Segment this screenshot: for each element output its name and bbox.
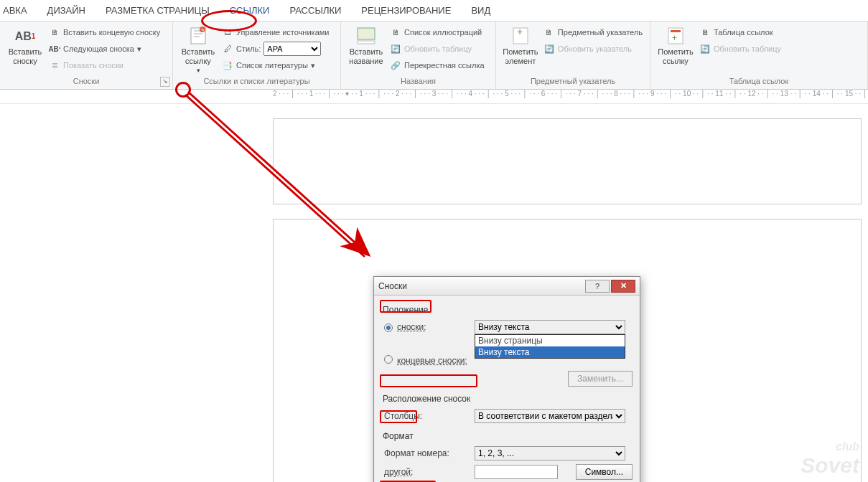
index-icon: 🗎 [543,27,555,38]
label-number-format: Формат номера: [381,448,475,458]
ruler-marks: 2 · · · │ · · · 1 · · · │ · · · ▾ · · 1 … [273,90,868,98]
columns-select[interactable]: В соответствии с макетом раздела [475,409,625,423]
ribbon-tabs: АВКА ДИЗАЙН РАЗМЕТКА СТРАНИЦЫ ССЫЛКИ РАС… [0,0,868,22]
next-footnote-button[interactable]: AB¹Следующая сноска ▾ [46,42,163,56]
figures-list-icon: 🗎 [390,27,401,38]
radio-footnotes[interactable] [384,323,393,332]
symbol-button[interactable]: Символ... [576,464,633,480]
label-custom-mark: другой: [381,467,475,477]
help-button[interactable]: ? [585,280,610,293]
group-label-authorities: Таблица ссылок [655,76,863,89]
cross-reference-button[interactable]: 🔗Перекрестная ссылка [387,58,487,72]
radio-endnotes[interactable] [384,355,393,364]
tab-review[interactable]: РЕЦЕНЗИРОВАНИЕ [351,0,461,22]
group-captions: Вставить название 🗎Список иллюстраций 🔄О… [341,22,496,89]
group-label-index: Предметный указатель [500,76,645,89]
show-footnotes-button[interactable]: ≣Показать сноски [46,58,163,72]
tab-design[interactable]: ДИЗАЙН [37,0,95,22]
insert-index-button[interactable]: 🗎Предметный указатель [541,25,645,39]
document-area: Сноски ? ✕ Положение сноски: Внизу текст… [0,104,868,482]
dialog-titlebar[interactable]: Сноски ? ✕ [374,277,640,296]
group-label-captions: Названия [345,76,491,89]
update-index-icon: 🔄 [543,43,555,55]
svg-text:+: + [672,33,677,43]
label-footnotes: сноски: [397,322,426,332]
dialog-title: Сноски [378,281,584,291]
footnotes-dialog: Сноски ? ✕ Положение сноски: Внизу текст… [373,276,640,482]
insert-footnote-button[interactable]: AB1 Вставить сноску [4,23,46,66]
update-table-button[interactable]: 🔄Обновить таблицу [387,42,487,56]
custom-mark-input[interactable] [475,465,558,479]
style-label: Стиль: [236,44,261,53]
section-layout: Расположение сносок [381,393,472,405]
update-icon: 🔄 [390,43,401,55]
footnotes-position-dropdown[interactable]: Внизу страницы Внизу текста [475,334,625,359]
tab-page-layout[interactable]: РАЗМЕТКА СТРАНИЦЫ [95,0,220,22]
footnote-AB-icon: AB1 [14,26,37,46]
group-citations: ✎ Вставить ссылку ▾ 🗂Управление источник… [173,22,341,89]
tab-mailings[interactable]: РАССЫЛКИ [279,0,351,22]
option-below-text[interactable]: Внизу текста [475,346,625,358]
bibliography-button[interactable]: 📑Список литературы ▾ [219,58,332,72]
show-notes-icon: ≣ [49,60,60,71]
insert-endnote-button[interactable]: 🗎Вставить концевую сноску [46,25,163,39]
mark-citation-button[interactable]: + Пометить ссылку [655,23,696,66]
svg-rect-4 [358,41,375,44]
group-label-footnotes: Сноски [4,76,168,89]
authorities-icon: 🗎 [699,27,711,38]
svg-text:+: + [517,27,523,37]
footnotes-dialog-launcher[interactable]: ↘ [160,77,170,87]
footnotes-position-select[interactable]: Внизу текста [475,320,625,334]
section-format: Формат [381,430,415,442]
tab-references[interactable]: ССЫЛКИ [220,0,280,22]
insert-caption-button[interactable]: Вставить название [345,23,387,66]
svg-rect-3 [358,28,375,39]
label-columns: Столбцы: [381,411,475,421]
manage-sources-button[interactable]: 🗂Управление источниками [219,25,332,39]
svg-rect-8 [671,30,681,32]
mark-citation-icon: + [664,26,687,46]
caption-icon [355,26,378,46]
tab-view[interactable]: ВИД [461,0,500,22]
svg-text:✎: ✎ [201,28,205,32]
group-footnotes: AB1 Вставить сноску 🗎Вставить концевую с… [0,22,173,89]
citation-style-select[interactable]: APA [263,42,321,56]
citation-style-row: 🖊 Стиль: APA [219,42,332,56]
manage-sources-icon: 🗂 [222,27,233,38]
convert-button: Заменить... [568,371,633,387]
option-bottom-of-page[interactable]: Внизу страницы [475,335,625,346]
endnote-icon: 🗎 [49,27,60,38]
table-of-figures-button[interactable]: 🗎Список иллюстраций [387,25,487,39]
update-authorities-button[interactable]: 🔄Обновить таблицу [696,42,784,56]
insert-citation-button[interactable]: ✎ Вставить ссылку ▾ [177,23,219,75]
style-icon: 🖊 [222,43,233,55]
watermark: club Sovet [801,438,859,475]
ribbon: AB1 Вставить сноску 🗎Вставить концевую с… [0,22,868,90]
page-bottom-slice [273,118,862,204]
group-label-citations: Ссылки и списки литературы [177,76,336,89]
cross-ref-icon: 🔗 [390,60,401,71]
horizontal-ruler: 2 · · · │ · · · 1 · · · │ · · · ▾ · · 1 … [0,90,868,104]
mark-entry-icon: + [509,26,532,46]
update-index-button[interactable]: 🔄Обновить указатель [541,42,645,56]
mark-entry-button[interactable]: + Пометить элемент [500,23,541,66]
update-auth-icon: 🔄 [699,43,711,55]
next-footnote-icon: AB¹ [49,43,60,55]
section-position: Положение [381,304,429,316]
label-endnotes: концевые сноски: [397,356,467,366]
bibliography-icon: 📑 [222,60,233,71]
close-button[interactable]: ✕ [611,280,635,293]
table-of-authorities-button[interactable]: 🗎Таблица ссылок [696,25,784,39]
group-index: + Пометить элемент 🗎Предметный указатель… [496,22,650,89]
citation-icon: ✎ [187,26,210,46]
number-format-select[interactable]: 1, 2, 3, ... [475,446,625,460]
group-authorities: + Пометить ссылку 🗎Таблица ссылок 🔄Обнов… [650,22,868,89]
tab-vstavka-cut[interactable]: АВКА [0,0,37,22]
